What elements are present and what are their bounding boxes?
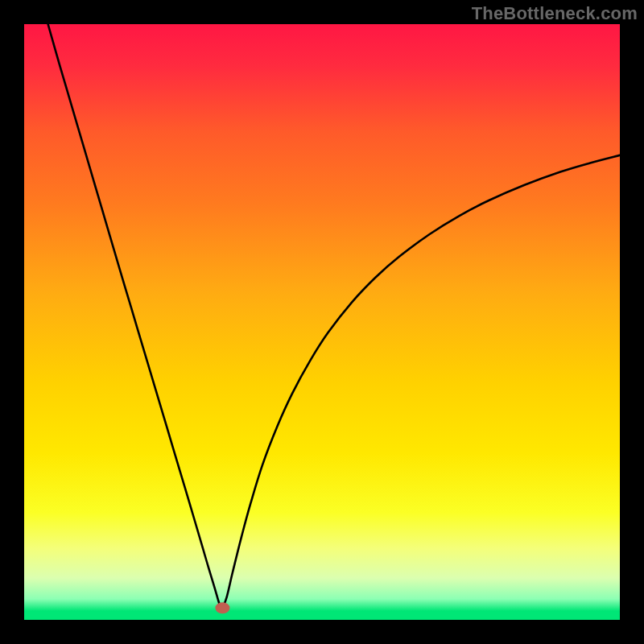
minimum-marker — [215, 602, 229, 613]
gradient-background — [24, 24, 620, 620]
watermark-text: TheBottleneck.com — [472, 3, 638, 24]
chart-frame — [24, 24, 620, 620]
bottleneck-chart — [24, 24, 620, 620]
